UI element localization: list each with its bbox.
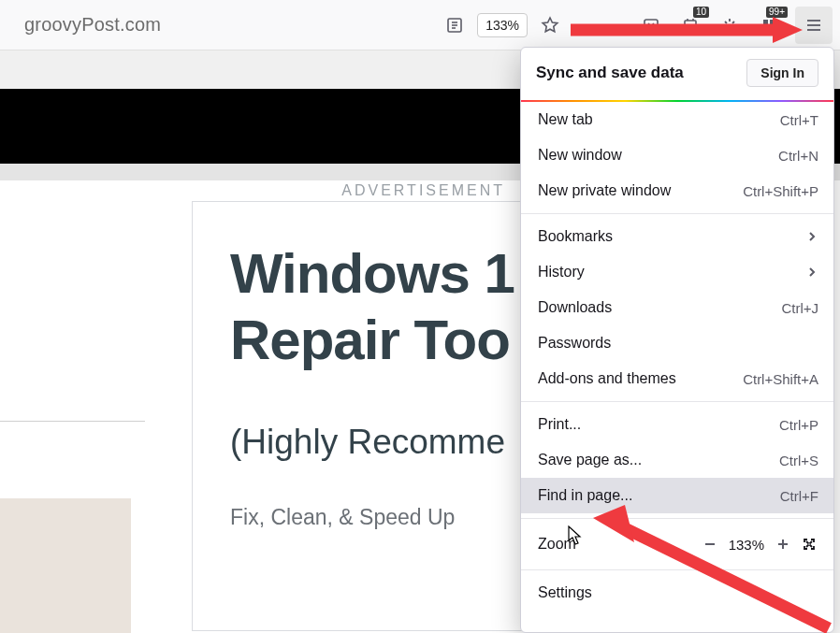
menu-item-new-private-window[interactable]: New private window Ctrl+Shift+P [521,173,833,209]
chevron-right-icon [805,266,818,279]
menu-item-print[interactable]: Print... Ctrl+P [521,407,833,442]
chevron-right-icon [805,230,818,243]
cursor-icon [568,525,585,546]
annotation-arrow-to-find [593,505,836,633]
menu-item-new-tab[interactable]: New tab Ctrl+T [521,102,833,137]
sidebar-divider [0,421,145,422]
menu-item-new-window[interactable]: New window Ctrl+N [521,137,833,173]
menu-item-save-as[interactable]: Save page as... Ctrl+S [521,442,833,478]
menu-header: Sync and save data Sign In [521,48,833,100]
menu-item-addons[interactable]: Add-ons and themes Ctrl+Shift+A [521,361,833,396]
reader-mode-icon[interactable] [438,8,471,42]
address-bar-url[interactable]: groovyPost.com [7,14,438,36]
svg-marker-21 [593,505,634,542]
signin-button[interactable]: Sign In [746,59,818,87]
sidebar-thumbnail[interactable] [0,498,131,633]
menu-sync-title: Sync and save data [536,64,684,82]
extension-badge-3: 99+ [766,7,788,18]
menu-item-passwords[interactable]: Passwords [521,325,833,361]
advertisement-label: ADVERTISEMENT [168,182,505,199]
svg-line-20 [619,525,829,628]
bookmark-star-icon[interactable] [533,8,567,42]
menu-separator [521,213,833,214]
zoom-indicator[interactable]: 133% [477,13,528,37]
menu-item-history[interactable]: History [521,254,833,290]
extension-badge-1: 10 [693,7,709,18]
annotation-arrow-to-hamburger [567,17,803,43]
menu-item-downloads[interactable]: Downloads Ctrl+J [521,290,833,325]
svg-marker-19 [773,17,803,43]
menu-item-bookmarks[interactable]: Bookmarks [521,219,833,254]
menu-separator [521,401,833,402]
